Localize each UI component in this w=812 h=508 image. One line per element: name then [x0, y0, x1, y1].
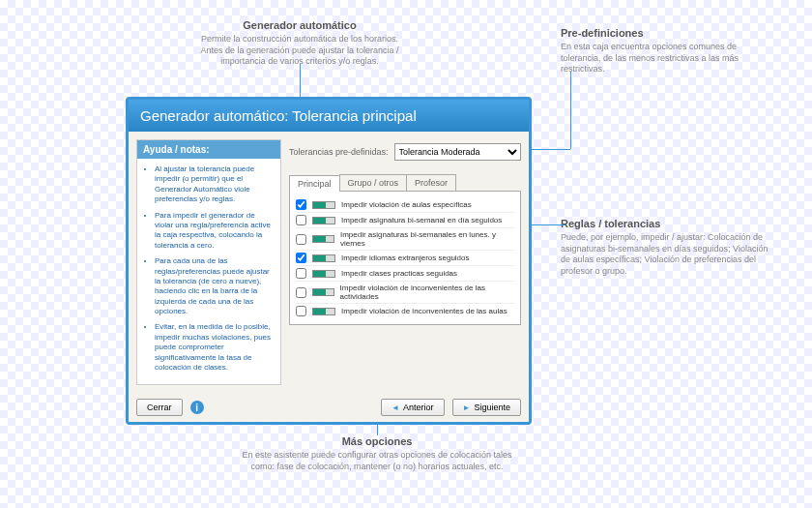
help-list: Al ajustar la tolerancia puede impedir (…	[145, 164, 273, 373]
tolerance-bar[interactable]	[312, 270, 335, 278]
help-item: Al ajustar la tolerancia puede impedir (…	[155, 164, 273, 205]
callout-more: Más opciones En este asistente puede con…	[242, 435, 512, 472]
dialog-body: Ayuda / notas: Al ajustar la tolerancia …	[129, 132, 529, 393]
help-content: Al ajustar la tolerancia puede impedir (…	[137, 159, 280, 384]
rule-label: Impedir violación de inconvenientes de l…	[340, 284, 514, 301]
help-header: Ayuda / notas:	[137, 140, 280, 159]
info-icon[interactable]: i	[190, 401, 204, 414]
close-button[interactable]: Cerrar	[136, 399, 183, 416]
next-button[interactable]: Siguiente	[452, 399, 521, 416]
rule-row: Impedir violación de aulas específicas	[296, 197, 514, 213]
predef-row: Tolerancias pre-definidas: Tolerancia Mo…	[289, 139, 521, 164]
rule-label: Impedir asignaturas bi-semanales en lune…	[340, 230, 514, 248]
rule-row: Impedir asignatura bi-semanal en día seg…	[296, 213, 514, 228]
tab-content: Impedir violación de aulas específicas I…	[289, 192, 521, 325]
rule-label: Impedir idiomas extranjeros seguidos	[341, 254, 470, 262]
arrow-right-icon	[463, 403, 471, 412]
help-item: Para cada una de las reglas/preferencias…	[155, 256, 273, 316]
callout-title: Reglas / tolerancias	[561, 218, 773, 229]
callout-text: En esta caja encuentra opciones comunes …	[561, 42, 773, 75]
tolerance-bar[interactable]	[312, 235, 334, 243]
prev-button[interactable]: Anterior	[381, 399, 444, 416]
tolerance-bar[interactable]	[312, 217, 335, 224]
dialog-title: Generador automático: Tolerancia princip…	[129, 100, 529, 132]
callout-text: Puede, por ejemplo, impedir / ajustar: C…	[561, 232, 773, 278]
rule-checkbox[interactable]	[296, 234, 306, 245]
arrow-left-icon	[392, 403, 399, 412]
rule-checkbox[interactable]	[296, 253, 306, 263]
tabs: Principal Grupo / otros Profesor	[289, 174, 521, 192]
rule-row: Impedir violación de inconvenientes de l…	[296, 282, 514, 304]
tolerance-bar[interactable]	[312, 288, 334, 296]
rule-checkbox[interactable]	[296, 306, 306, 316]
callout-rules: Reglas / tolerancias Puede, por ejemplo,…	[561, 218, 773, 278]
rule-label: Impedir violación de aulas específicas	[341, 200, 472, 209]
main-panel: Tolerancias pre-definidas: Tolerancia Mo…	[289, 139, 521, 385]
dialog-footer: Cerrar i Anterior Siguiente	[129, 393, 529, 422]
rule-row: Impedir violación de inconvenientes de l…	[296, 304, 514, 318]
rule-label: Impedir asignatura bi-semanal en día seg…	[341, 216, 502, 224]
rule-label: Impedir clases practicas seguidas	[341, 269, 457, 278]
rule-row: Impedir asignaturas bi-semanales en lune…	[296, 228, 514, 251]
help-panel: Ayuda / notas: Al ajustar la tolerancia …	[136, 139, 281, 385]
tolerance-bar[interactable]	[312, 254, 335, 262]
callout-connector	[570, 72, 571, 149]
callout-generator: Generador automático Permite la construc…	[193, 19, 406, 68]
callout-text: Permite la construcción automática de lo…	[193, 34, 406, 68]
rule-checkbox[interactable]	[296, 215, 306, 225]
predef-select[interactable]: Tolerancia Moderada	[394, 143, 521, 161]
callout-predef: Pre-definiciones En esta caja encuentra …	[561, 27, 773, 75]
tolerance-bar[interactable]	[312, 308, 335, 315]
rule-checkbox[interactable]	[296, 268, 306, 279]
rule-row: Impedir idiomas extranjeros seguidos	[296, 251, 514, 266]
tab-grupo[interactable]: Grupo / otros	[339, 174, 408, 191]
dialog-generator: Generador automático: Tolerancia princip…	[126, 97, 532, 425]
tolerance-bar[interactable]	[312, 201, 335, 209]
rule-row: Impedir clases practicas seguidas	[296, 266, 514, 282]
help-item: Para impedir el generador de violar una …	[155, 211, 273, 252]
help-item: Evitar, en la medida de lo posible, impe…	[155, 322, 273, 373]
rule-label: Impedir violación de inconvenientes de l…	[341, 307, 508, 315]
rule-checkbox[interactable]	[296, 199, 306, 210]
predef-label: Tolerancias pre-definidas:	[289, 147, 389, 157]
rule-checkbox[interactable]	[296, 287, 306, 298]
tab-principal[interactable]: Principal	[289, 175, 340, 192]
tab-profesor[interactable]: Profesor	[406, 174, 456, 191]
callout-text: En este asistente puede configurar otras…	[242, 450, 512, 472]
callout-title: Más opciones	[242, 435, 512, 447]
callout-title: Pre-definiciones	[561, 27, 773, 39]
callout-title: Generador automático	[193, 19, 406, 31]
